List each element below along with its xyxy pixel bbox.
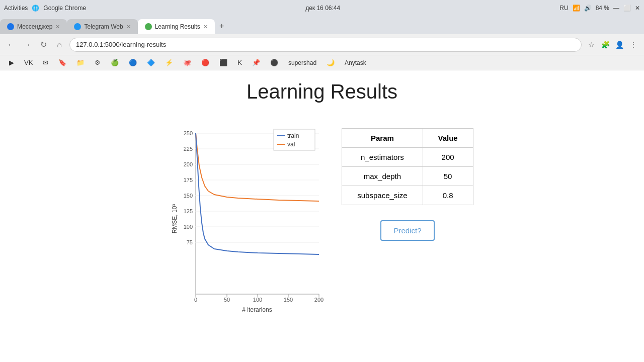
- page-title: Learning Results: [247, 80, 397, 103]
- value-subspace-size: 0.8: [423, 186, 473, 205]
- bookmark-8[interactable]: 🔷: [143, 57, 159, 68]
- title-bar-left: Activities 🌐 Google Chrome: [4, 5, 86, 12]
- tab-telegram-label: Telegram Web: [84, 23, 123, 30]
- svg-text:100: 100: [184, 224, 193, 230]
- value-header: Value: [423, 129, 473, 148]
- bookmark-anytask[interactable]: Anytask: [341, 57, 370, 68]
- table-row: max_depth 50: [342, 167, 473, 186]
- tab-bar: Мессенджер ✕ Telegram Web ✕ Learning Res…: [0, 16, 644, 34]
- learning-curve-chart: RMSE, 10³ 250 225: [171, 118, 327, 319]
- title-bar-right: RU 📶 🔊 84 % — ⬜ ✕: [559, 5, 640, 12]
- train-curve: [196, 133, 319, 254]
- new-tab-button[interactable]: +: [215, 19, 229, 33]
- reload-button[interactable]: ↻: [37, 39, 49, 51]
- wifi-icon: 📶: [573, 5, 580, 12]
- bookmark-12[interactable]: 📌: [248, 57, 264, 68]
- param-subspace-size: subspace_size: [342, 186, 423, 205]
- svg-text:# iterarions: # iterarions: [243, 306, 272, 313]
- address-input[interactable]: [69, 38, 582, 52]
- address-bar: ← → ↻ ⌂ ☆ 🧩 👤 ⋮: [0, 34, 644, 55]
- y-axis-label: RMSE, 10³: [171, 204, 178, 234]
- forward-button[interactable]: →: [21, 39, 33, 51]
- bookmark-supershad[interactable]: supershad: [284, 57, 320, 68]
- bookmark-10[interactable]: 🔴: [197, 57, 213, 68]
- val-legend-label: val: [287, 141, 295, 148]
- tab-telegram-close[interactable]: ✕: [126, 24, 131, 30]
- svg-text:75: 75: [187, 239, 193, 245]
- browser-icon: 🌐: [32, 5, 39, 12]
- svg-text:125: 125: [184, 208, 193, 214]
- chart-container: RMSE, 10³ 250 225: [171, 118, 327, 321]
- tab-learning-close[interactable]: ✕: [203, 24, 208, 30]
- menu-icon[interactable]: ⋮: [628, 39, 639, 50]
- bookmark-6[interactable]: 🍏: [107, 57, 123, 68]
- page-content: Learning Results RMSE, 10³: [0, 70, 644, 362]
- bookmark-5[interactable]: ⚙: [91, 57, 105, 68]
- predict-button[interactable]: Predict?: [380, 220, 434, 241]
- right-panel: Param Value n_estimators 200 max_depth 5…: [342, 118, 473, 241]
- bookmark-9[interactable]: ⚡: [161, 57, 177, 68]
- minimize-icon[interactable]: —: [613, 5, 619, 12]
- bookmark-k[interactable]: K: [233, 57, 246, 68]
- bookmark-7[interactable]: 🔵: [125, 57, 141, 68]
- bookmark-github[interactable]: 🐙: [179, 57, 195, 68]
- home-button[interactable]: ⌂: [53, 39, 65, 51]
- bookmark-vk[interactable]: VK: [20, 57, 37, 68]
- tab-messenger-close[interactable]: ✕: [55, 24, 60, 30]
- param-n-estimators: n_estimators: [342, 148, 423, 167]
- param-header: Param: [342, 129, 423, 148]
- bookmark-11[interactable]: ⬛: [215, 57, 231, 68]
- extensions-icon[interactable]: 🧩: [600, 39, 611, 50]
- language-indicator: RU: [559, 5, 568, 12]
- tab-telegram[interactable]: Telegram Web ✕: [67, 19, 137, 34]
- tab-messenger-label: Мессенджер: [17, 23, 52, 30]
- value-n-estimators: 200: [423, 148, 473, 167]
- svg-text:175: 175: [184, 177, 193, 183]
- messenger-tab-icon: [7, 23, 14, 30]
- browser-name-label: Google Chrome: [43, 5, 86, 12]
- svg-text:100: 100: [253, 297, 262, 303]
- value-max-depth: 50: [423, 167, 473, 186]
- svg-text:200: 200: [184, 161, 193, 167]
- svg-text:50: 50: [224, 297, 230, 303]
- bookmark-3[interactable]: 🔖: [54, 57, 70, 68]
- tab-learning-label: Learning Results: [155, 23, 200, 30]
- tab-messenger[interactable]: Мессенджер ✕: [0, 19, 67, 34]
- battery-indicator: 84 %: [596, 5, 609, 12]
- title-bar: Activities 🌐 Google Chrome дек 16 06:44 …: [0, 0, 644, 16]
- restore-icon[interactable]: ⬜: [623, 5, 631, 12]
- telegram-tab-icon: [74, 23, 81, 30]
- table-row: subspace_size 0.8: [342, 186, 473, 205]
- bookmarks-bar: ▶ VK ✉ 🔖 📁 ⚙ 🍏 🔵 🔷 ⚡ 🐙 🔴 ⬛ K 📌 ⚫ supersh…: [0, 55, 644, 70]
- bookmark-star-icon[interactable]: ☆: [586, 39, 597, 50]
- bookmark-youtube[interactable]: ▶: [5, 57, 18, 68]
- bookmark-14[interactable]: 🌙: [323, 57, 339, 68]
- profile-icon[interactable]: 👤: [614, 39, 625, 50]
- activities-label[interactable]: Activities: [4, 5, 28, 12]
- bookmark-4[interactable]: 📁: [72, 57, 89, 68]
- bookmark-mail[interactable]: ✉: [39, 57, 52, 68]
- table-row: n_estimators 200: [342, 148, 473, 167]
- address-bar-icons: ☆ 🧩 👤 ⋮: [586, 39, 639, 50]
- param-max-depth: max_depth: [342, 167, 423, 186]
- params-table: Param Value n_estimators 200 max_depth 5…: [342, 128, 473, 205]
- learning-tab-icon: [145, 23, 152, 30]
- close-icon[interactable]: ✕: [635, 5, 640, 12]
- back-button[interactable]: ←: [5, 39, 17, 51]
- sound-icon: 🔊: [584, 5, 592, 12]
- main-area: RMSE, 10³ 250 225: [171, 118, 473, 321]
- svg-text:250: 250: [184, 130, 193, 136]
- svg-text:200: 200: [314, 297, 324, 303]
- browser-window: Activities 🌐 Google Chrome дек 16 06:44 …: [0, 0, 644, 362]
- svg-text:225: 225: [184, 146, 193, 152]
- svg-text:0: 0: [194, 297, 197, 303]
- tab-learning-results[interactable]: Learning Results ✕: [138, 19, 215, 34]
- svg-text:150: 150: [184, 193, 193, 199]
- train-legend-label: train: [287, 132, 299, 139]
- svg-text:150: 150: [284, 297, 293, 303]
- title-bar-datetime: дек 16 06:44: [305, 5, 340, 12]
- bookmark-13[interactable]: ⚫: [266, 57, 282, 68]
